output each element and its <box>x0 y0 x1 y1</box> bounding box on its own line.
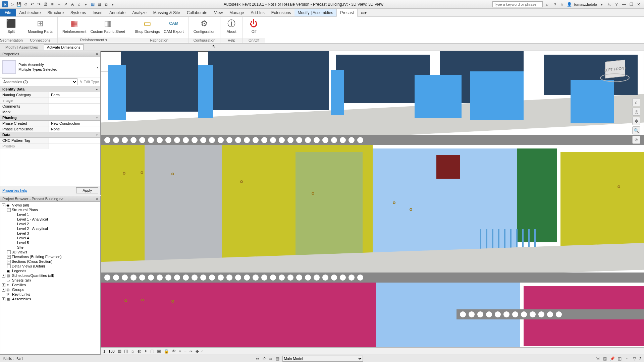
properties-close-icon[interactable]: ✕ <box>96 52 98 56</box>
section-phasing[interactable]: Phasing⌄ <box>0 115 100 121</box>
prop-value[interactable] <box>49 104 100 109</box>
tree-node[interactable]: Level 4 <box>2 236 99 240</box>
tree-node[interactable]: +Elevations (Building Elevation) <box>2 254 99 259</box>
qat-redo-icon[interactable]: ↷ <box>36 2 42 7</box>
tree-node[interactable]: +▦Assemblies <box>2 297 99 301</box>
qat-measure-icon[interactable]: ≡ <box>50 2 55 7</box>
expand-icon[interactable]: − <box>7 208 11 212</box>
tree-node[interactable]: Site <box>2 245 99 250</box>
collapse-icon[interactable]: ⌄ <box>96 116 98 120</box>
file-tab[interactable]: File <box>0 9 16 16</box>
type-selector[interactable]: Parts Assembly Multiple Types Selected ▾ <box>0 57 100 77</box>
constraints-icon[interactable]: ⎓ <box>184 349 186 354</box>
activate-dimensions-button[interactable]: Activate Dimensions <box>44 44 84 50</box>
about-button[interactable]: ⓘAbout <box>223 17 240 34</box>
nav-pan-icon[interactable]: ✥ <box>632 117 640 125</box>
qat-dims-icon[interactable]: ↔ <box>56 2 62 7</box>
select-underlay-icon[interactable]: ▨ <box>602 356 608 361</box>
model-icon[interactable]: ▦ <box>275 356 280 361</box>
expand-icon[interactable]: + <box>2 297 5 301</box>
minimize-icon[interactable]: — <box>621 2 627 7</box>
prop-value[interactable]: Parts <box>49 92 100 98</box>
tab-appearance-icon[interactable]: ▭▾ <box>358 9 370 16</box>
qat-section-icon[interactable]: ▾ <box>83 2 89 7</box>
qat-3d-icon[interactable]: ⌂ <box>76 2 82 7</box>
expand-icon[interactable]: + <box>7 250 11 254</box>
split-button[interactable]: ⬛Split <box>3 17 19 34</box>
temp-hide-icon[interactable]: 👁 <box>172 349 176 354</box>
qat-text-icon[interactable]: A <box>70 2 75 7</box>
browser-header[interactable]: Project Browser - Precast Building.rvt ✕ <box>0 196 100 202</box>
tree-node[interactable]: −Structural Plans <box>2 207 99 212</box>
analytical-icon[interactable]: ⩪ <box>189 349 193 354</box>
select-links-icon[interactable]: ⇲ <box>595 356 600 361</box>
search-titlebar-icon[interactable]: ⌕ <box>545 2 550 7</box>
shop-drawings-button[interactable]: ▭Shop Drawings <box>133 17 162 34</box>
tree-node[interactable]: ▭Sheets (all) <box>2 278 99 283</box>
3d-view[interactable]: LEFT FRONT ⌂ ◎ ✥ 🔍 ⟳ <box>101 51 644 347</box>
lock-icon[interactable]: 🔒 <box>164 349 169 354</box>
prop-value[interactable]: None <box>49 126 100 132</box>
qat-save-icon[interactable]: 💾 <box>16 2 21 7</box>
qat-thin-icon[interactable]: ▦ <box>90 2 95 7</box>
off-button[interactable]: ⏻Off <box>246 17 262 34</box>
configuration-button[interactable]: ⚙Configuration <box>192 17 217 34</box>
shadows-icon[interactable]: ◐ <box>138 349 141 354</box>
detail-level-icon[interactable]: ▦ <box>117 349 121 354</box>
tab-extensions[interactable]: Extensions <box>268 9 294 16</box>
tree-node[interactable]: ▣Legends <box>2 268 99 273</box>
tree-node[interactable]: Level 2 <box>2 222 99 226</box>
viewcube[interactable]: LEFT FRONT <box>600 55 630 85</box>
tab-collaborate[interactable]: Collaborate <box>183 9 211 16</box>
qat-dd-icon[interactable]: ▾ <box>110 2 115 7</box>
collapse-icon[interactable]: ⌄ <box>96 133 98 137</box>
browser-tree[interactable]: −◉Views (all)−Structural PlansLevel 1Lev… <box>0 202 100 354</box>
sun-path-icon[interactable]: ☼ <box>131 349 135 354</box>
collapse-icon[interactable]: ⌄ <box>96 87 98 91</box>
tab-addins[interactable]: Add-Ins <box>247 9 268 16</box>
tree-node[interactable]: +Sections (Cross Section) <box>2 259 99 264</box>
tree-node[interactable]: +Detail Views (Detail) <box>2 264 99 268</box>
properties-header[interactable]: Properties ✕ <box>0 51 100 57</box>
tree-node[interactable]: +▤Schedules/Quantities (all) <box>2 273 99 278</box>
drag-icon[interactable]: ↔ <box>625 356 630 361</box>
reveal-icon[interactable]: ⌖ <box>179 349 181 354</box>
exchange-icon[interactable]: ⇆ <box>606 2 612 7</box>
scale-label[interactable]: 1 : 100 <box>103 349 115 353</box>
render-icon[interactable]: ✦ <box>144 349 148 354</box>
restore-icon[interactable]: ❐ <box>629 2 634 7</box>
prop-value[interactable] <box>49 138 100 143</box>
browser-close-icon[interactable]: ✕ <box>96 197 98 201</box>
tab-structure[interactable]: Structure <box>44 9 67 16</box>
tree-node[interactable]: +✦Families <box>2 283 99 287</box>
tab-massing[interactable]: Massing & Site <box>150 9 183 16</box>
crop-view-icon[interactable]: ▢ <box>150 349 154 354</box>
qat-switch-icon[interactable]: ⧉ <box>103 2 109 7</box>
section-identity[interactable]: Identity Data⌄ <box>0 86 100 92</box>
close-icon[interactable]: ✕ <box>636 2 641 7</box>
qat-close-icon[interactable]: ▦ <box>97 2 102 7</box>
properties-help-link[interactable]: Properties help <box>2 188 27 192</box>
expand-icon[interactable]: − <box>2 203 5 207</box>
section-data[interactable]: Data⌄ <box>0 132 100 138</box>
qat-tag-icon[interactable]: ↗ <box>63 2 68 7</box>
prop-value[interactable] <box>49 109 100 115</box>
tab-modify[interactable]: Modify | Assemblies <box>294 9 337 16</box>
expand-icon[interactable]: + <box>2 283 5 287</box>
apply-button[interactable]: Apply <box>76 187 98 193</box>
group-label[interactable]: Reinforcement ▾ <box>58 38 130 43</box>
nav-orbit-icon[interactable]: ⟳ <box>632 136 640 144</box>
tree-node[interactable]: ⇄Revit Links <box>2 292 99 297</box>
prop-value[interactable] <box>49 98 100 103</box>
select-face-icon[interactable]: ◫ <box>617 356 623 361</box>
filter-icon[interactable]: ▽ <box>632 356 637 361</box>
mounting-parts-button[interactable]: ⊞Mounting Parts <box>26 17 55 34</box>
expand-icon[interactable]: + <box>7 260 11 263</box>
tree-node[interactable]: +3D Views <box>2 250 99 254</box>
tree-node[interactable]: Level 1 <box>2 212 99 217</box>
view-canvas[interactable]: LEFT FRONT ⌂ ◎ ✥ 🔍 ⟳ <box>101 51 644 347</box>
expand-icon[interactable]: + <box>7 264 11 268</box>
visual-style-icon[interactable]: ◫ <box>124 349 128 354</box>
workset-icon[interactable]: ☷ <box>255 356 260 361</box>
editable-icon[interactable]: ▭ <box>268 356 273 361</box>
